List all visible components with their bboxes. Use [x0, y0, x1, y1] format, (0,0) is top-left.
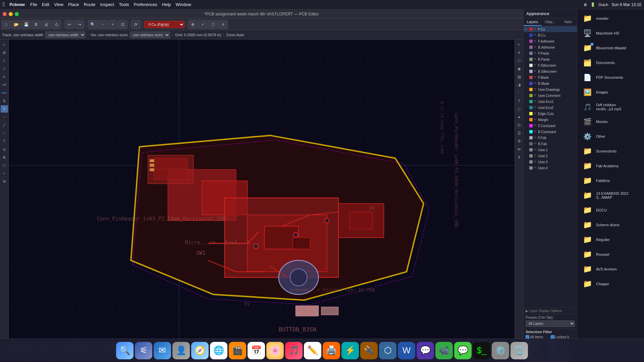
grid-tool[interactable]: ⊞ — [1, 49, 8, 56]
ratsnest-btn[interactable]: ⊕ — [188, 20, 198, 29]
show-text-tool[interactable]: T — [516, 97, 523, 105]
dock-photos[interactable]: 🌸 — [266, 342, 284, 359]
layer-item-user3[interactable]: 👁 User.3 — [524, 159, 577, 165]
desktop-item-regulier[interactable]: 📁 Regulier — [579, 233, 642, 246]
add-via-tool[interactable]: ◎ — [1, 145, 8, 153]
tab-nets[interactable]: Nets — [559, 18, 577, 26]
presets-select[interactable]: All Layers Default Copper Layers — [526, 320, 575, 327]
desktop-item-docu[interactable]: 📁 DOCU — [579, 204, 642, 217]
desktop-item-fabfilms[interactable]: 📁 Fabfilms — [579, 174, 642, 187]
show-graphics-tool[interactable]: ◻ — [516, 105, 523, 113]
refresh-btn[interactable]: ⟳ — [131, 20, 141, 29]
desktop-item-images[interactable]: 🖼️ Images — [579, 86, 642, 99]
scripting-tool[interactable]: ≫ — [516, 145, 523, 153]
layer-selector[interactable]: F.Cu (PgUp) B.Cu (PgDn) F.Silkscreen B.S… — [144, 21, 184, 28]
eye-icon-fcu[interactable]: 👁 — [534, 27, 537, 31]
eye-icon-bcu[interactable]: 👁 — [534, 34, 537, 37]
contrast-tool[interactable]: ◑ — [516, 81, 523, 88]
undo-btn[interactable]: ↩ — [65, 20, 74, 29]
layer-color-tool[interactable]: ⬡ — [516, 57, 523, 64]
desktop-item-audio[interactable]: 🎵 Orff children recitin...p3.mp3 — [579, 101, 642, 113]
dock-chrome[interactable]: 🌐 — [210, 342, 227, 359]
layer-item-margin[interactable]: 👁 Margin — [524, 117, 577, 123]
show-pads-tool[interactable]: ● — [516, 113, 523, 121]
desktop-item-chappe[interactable]: 📁 Chappe — [579, 278, 642, 290]
layer-item-usercomment[interactable]: 👁 User.Comment — [524, 93, 577, 99]
desktop-item-examens[interactable]: 📁 13 EXAMENS 2022 S...NMAP — [579, 189, 642, 202]
menu-inspect[interactable]: Inspect — [100, 2, 114, 7]
redo-btn[interactable]: ↪ — [75, 20, 84, 29]
tab-layers[interactable]: Layers — [524, 18, 541, 26]
layer-item-bpaste[interactable]: 👁 B.Paste — [524, 56, 577, 62]
menu-place[interactable]: Place — [68, 2, 79, 7]
layer-display-options[interactable]: ▶ Layer Display Options — [524, 307, 577, 314]
zoom-fit-btn[interactable]: ⊡ — [118, 20, 127, 29]
layer-item-user2[interactable]: 👁 User.2 — [524, 153, 577, 159]
menu-view[interactable]: View — [54, 2, 63, 7]
desktop-item-documents[interactable]: 🗂️ Documents — [579, 56, 642, 69]
desktop-item-macintosh[interactable]: 🖥️ Macintosh HD — [579, 27, 642, 40]
show-courtyard-tool[interactable]: ⊡ — [516, 121, 523, 129]
desktop-item-screenshots[interactable]: 📁 Screenshots — [579, 145, 642, 158]
dock-fritzing[interactable]: 🔌 — [360, 342, 378, 359]
layer-item-usereco1[interactable]: 👁 User.Eco1 — [524, 99, 577, 105]
layer-item-bcourtyard[interactable]: 👁 B.Courtyard — [524, 129, 577, 135]
desktop-item-pdfdocuments[interactable]: 📄 PDF Documents — [579, 71, 642, 84]
save-btn[interactable]: 💾 — [21, 20, 31, 29]
crosshair-tool[interactable]: ✛ — [516, 49, 523, 56]
dock-contacts[interactable]: 👤 — [172, 342, 190, 359]
find-btn[interactable]: 🔍 — [88, 20, 97, 29]
tab-objects[interactable]: Obje... — [541, 18, 559, 26]
layer-item-bfab[interactable]: 👁 B.Fab — [524, 141, 577, 147]
measure-tool[interactable]: ⤡ — [1, 57, 8, 64]
show-ratsnest-tool[interactable]: ⋯ — [516, 89, 523, 97]
layer-item-bsilk[interactable]: 👁 B.Silkscreen — [524, 68, 577, 74]
dock-trash[interactable]: 🗑️ — [511, 342, 528, 359]
new-btn[interactable]: □ — [1, 20, 11, 29]
zoom-out-btn[interactable]: － — [98, 20, 107, 29]
add-zone-tool[interactable]: ⬡ — [1, 162, 8, 169]
dock-music[interactable]: 🎵 — [285, 342, 303, 359]
add-text-tool[interactable]: T — [1, 137, 8, 145]
menu-window[interactable]: Window — [176, 2, 191, 7]
3d-btn[interactable]: ⬡ — [208, 20, 218, 29]
plot-btn[interactable]: ⎙ — [52, 20, 61, 29]
dock-kicad[interactable]: ⬡ — [379, 342, 396, 359]
drc-tool[interactable]: ✓ — [1, 170, 8, 177]
dock-mail[interactable]: ✉ — [154, 342, 171, 359]
cursor-tool[interactable]: ↖ — [516, 41, 523, 48]
layer-item-userdrawings[interactable]: 👁 User.Drawings — [524, 86, 577, 93]
dock-finder[interactable]: 🔍 — [116, 342, 133, 359]
menu-edit[interactable]: Edit — [42, 2, 49, 7]
dock-inkscape[interactable]: ✏️ — [304, 342, 321, 359]
unit-mm[interactable]: mm — [1, 89, 8, 97]
dock-word[interactable]: W — [398, 342, 415, 359]
layer-item-user1[interactable]: 👁 User.1 — [524, 147, 577, 153]
layer-item-badhesive[interactable]: 👁 B.Adhesive — [524, 44, 577, 50]
menu-route[interactable]: Route — [84, 2, 96, 7]
pcb-canvas[interactable]: SW1 BUTTON_B3SN Conn_PinHeader_1x03_P2.5… — [9, 40, 515, 339]
menu-help[interactable]: Help — [162, 2, 171, 7]
layer-item-fsilk[interactable]: 👁 F.Silkscreen — [524, 62, 577, 68]
net-inspector-btn[interactable]: ≡ — [218, 20, 228, 29]
flip-tool[interactable]: ⇅ — [1, 97, 8, 105]
microphone-tool[interactable]: 🎙 — [516, 154, 523, 161]
dock-terminal[interactable]: $_ — [473, 342, 490, 359]
save-copy-btn[interactable]: 🗎 — [32, 20, 41, 29]
dock-calendar[interactable]: 📅 — [248, 342, 265, 359]
layer-item-bmask[interactable]: 👁 B.Mask — [524, 80, 577, 86]
desktop-item-moeder[interactable]: 📁 moeder — [579, 12, 642, 25]
dock-teams[interactable]: 💬 — [417, 342, 434, 359]
dock-safari[interactable]: 🧭 — [191, 342, 209, 359]
dock-messages[interactable]: 💬 — [454, 342, 472, 359]
layer-item-bcu[interactable]: 👁 B.Cu — [524, 32, 577, 38]
desktop-item-avs[interactable]: 📁 AVS Arnhem — [579, 263, 642, 276]
desktop-item-movies[interactable]: 🎬 Movies — [579, 115, 642, 128]
maximize-btn[interactable] — [15, 12, 19, 16]
draw-line-tool[interactable]: ╱ — [1, 121, 8, 129]
draw-rect-tool[interactable]: □ — [1, 129, 8, 137]
zoom-area-tool[interactable]: ⤢ — [1, 65, 8, 72]
dock-arduino[interactable]: ⚡ — [341, 342, 359, 359]
open-btn[interactable]: 📂 — [11, 20, 21, 29]
pcb-settings-tool[interactable]: ⚙ — [516, 137, 523, 145]
